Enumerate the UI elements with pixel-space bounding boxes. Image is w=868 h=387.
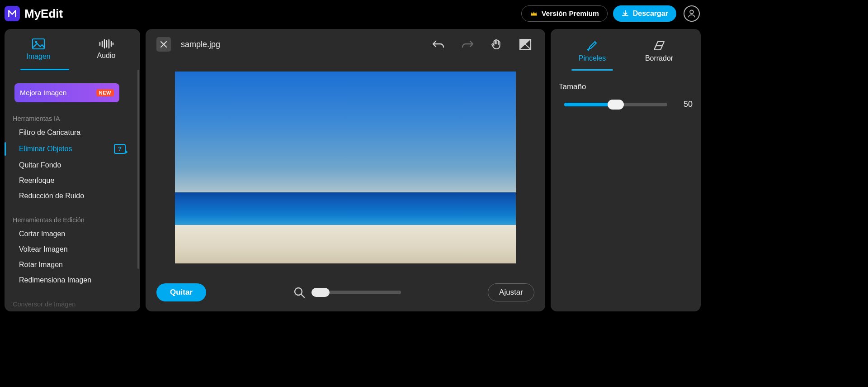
sidebar-tab-audio-label: Audio: [97, 52, 116, 60]
premium-button[interactable]: Versión Premium: [521, 5, 608, 22]
enhance-image-button[interactable]: Mejora Imagen NEW: [14, 83, 119, 102]
undo-icon: [432, 39, 445, 50]
nav-crop[interactable]: Cortar Imagen: [5, 226, 136, 242]
filename: sample.jpg: [181, 40, 220, 49]
image-icon: [32, 38, 45, 50]
svg-text:?: ?: [118, 145, 122, 152]
app-logo[interactable]: MyEdit: [5, 6, 63, 21]
sidebar-tab-audio[interactable]: Audio: [72, 29, 140, 70]
zoom-slider[interactable]: [311, 291, 401, 294]
size-thumb[interactable]: [608, 100, 624, 110]
sample-image: [175, 72, 516, 263]
download-label: Descargar: [633, 10, 668, 18]
sidebar-tab-image[interactable]: Imagen: [5, 29, 72, 70]
svg-point-0: [690, 10, 693, 14]
account-button[interactable]: [684, 5, 700, 22]
help-icon[interactable]: ?: [114, 144, 127, 154]
pan-button[interactable]: [487, 35, 505, 53]
sidebar-tab-image-label: Imagen: [26, 53, 50, 61]
svg-line-13: [301, 294, 304, 297]
group-ai-title: Herramientas IA: [13, 115, 134, 122]
premium-label: Versión Premium: [542, 10, 599, 18]
brush-icon: [585, 40, 599, 52]
group-edit-title: Herramientas de Edición: [13, 216, 134, 224]
audio-icon: [99, 39, 114, 49]
zoom-icon: [293, 287, 305, 298]
size-label: Tamaño: [559, 82, 693, 91]
right-panel: Pinceles Borrador Tamaño 50: [551, 29, 701, 311]
size-value: 50: [677, 100, 693, 109]
download-button[interactable]: Descargar: [613, 5, 676, 22]
hand-icon: [491, 38, 502, 50]
compare-button[interactable]: [516, 35, 534, 53]
size-slider[interactable]: [564, 103, 667, 106]
tab-brush-label: Pinceles: [579, 54, 606, 62]
close-file-button[interactable]: [156, 37, 171, 52]
crown-icon: [530, 10, 538, 18]
tab-brush[interactable]: Pinceles: [559, 33, 626, 70]
close-icon: [160, 41, 167, 48]
zoom-thumb[interactable]: [311, 288, 330, 297]
nav-remove-objects[interactable]: Eliminar Objetos ?: [5, 140, 136, 158]
compare-icon: [519, 38, 532, 50]
svg-rect-1: [33, 39, 44, 49]
nav-resize[interactable]: Redimensiona Imagen: [5, 272, 136, 288]
tab-eraser-label: Borrador: [645, 54, 673, 62]
redo-icon: [461, 39, 474, 50]
eraser-icon: [652, 40, 666, 52]
nav-caricature[interactable]: Filtro de Caricatura: [5, 125, 136, 140]
nav-remove-bg[interactable]: Quitar Fondo: [5, 158, 136, 173]
redo-button[interactable]: [458, 35, 476, 53]
enhance-label: Mejora Imagen: [20, 89, 66, 97]
nav-rotate[interactable]: Rotar Imagen: [5, 257, 136, 272]
remove-button[interactable]: Quitar: [156, 283, 206, 301]
logo-mark-icon: [5, 6, 20, 21]
sidebar: Imagen Audio Mejora Imagen NEW Herramien…: [5, 29, 140, 311]
nav-flip[interactable]: Voltear Imagen: [5, 242, 136, 257]
canvas-panel: sample.jpg: [146, 29, 545, 311]
image-viewport[interactable]: [156, 54, 534, 281]
user-icon: [687, 9, 697, 19]
group-convert-title: Conversor de Imagen: [13, 301, 134, 308]
nav-denoise[interactable]: Reducción de Ruido: [5, 188, 136, 204]
fit-button[interactable]: Ajustar: [488, 283, 534, 301]
app-header: MyEdit Versión Premium Descargar: [0, 0, 705, 27]
tab-eraser[interactable]: Borrador: [626, 33, 693, 70]
undo-button[interactable]: [429, 35, 448, 53]
download-icon: [621, 10, 629, 18]
new-badge: NEW: [96, 89, 114, 96]
svg-point-2: [35, 41, 38, 43]
nav-refocus[interactable]: Reenfoque: [5, 173, 136, 188]
app-name: MyEdit: [24, 7, 63, 21]
